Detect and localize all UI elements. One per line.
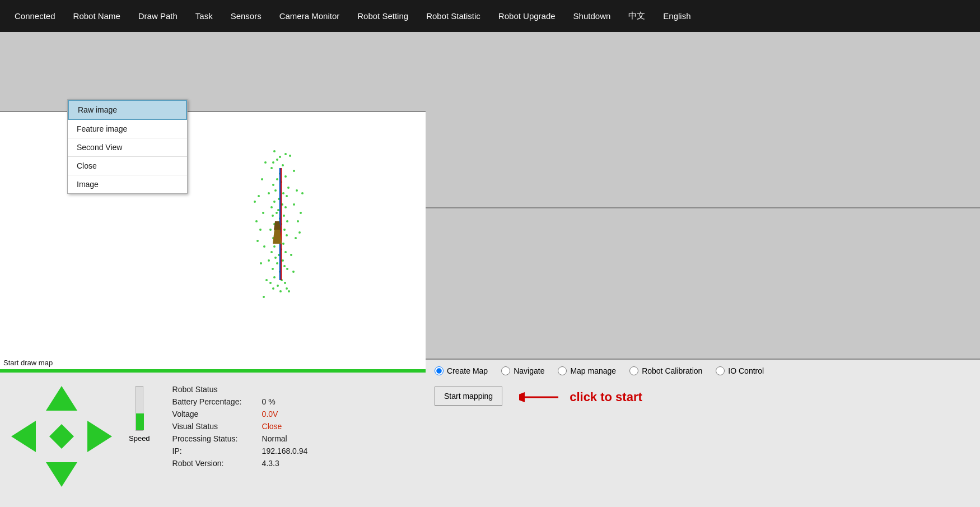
svg-point-63	[296, 189, 298, 192]
start-mapping-button[interactable]: Start mapping	[435, 387, 502, 406]
svg-point-4	[284, 153, 287, 155]
battery-label: Battery Percentage:	[172, 397, 262, 406]
mode-radio-row: Create Map Navigate Map manage Robot Cal…	[435, 366, 971, 375]
nav-robot-setting[interactable]: Robot Setting	[348, 0, 417, 32]
nav-draw-path[interactable]: Draw Path	[129, 0, 186, 32]
svg-point-51	[286, 268, 288, 270]
svg-point-15	[282, 192, 284, 194]
svg-point-45	[282, 259, 284, 262]
ip-value: 192.168.0.94	[262, 446, 308, 455]
nav-sensors[interactable]: Sensors	[222, 0, 270, 32]
nav-camera-monitor[interactable]: Camera Monitor	[270, 0, 349, 32]
right-panel: Create Map Navigate Map manage Robot Cal…	[426, 32, 980, 507]
svg-point-54	[269, 282, 272, 284]
svg-point-22	[277, 209, 279, 211]
dropdown-image[interactable]: Image	[68, 175, 187, 193]
svg-point-49	[272, 268, 274, 270]
top-right-view	[426, 32, 980, 208]
svg-point-43	[284, 251, 287, 253]
bottom-controls-panel: Speed Robot Status Battery Percentage: 0…	[0, 373, 426, 507]
svg-point-66	[259, 229, 262, 231]
dpad-down-button[interactable]	[46, 462, 77, 487]
radio-create-map[interactable]: Create Map	[435, 366, 488, 375]
radio-io-control-input[interactable]	[716, 366, 725, 375]
map-canvas: Start draw map	[0, 112, 426, 369]
ip-row: IP: 192.168.0.94	[172, 446, 420, 455]
svg-point-18	[286, 195, 288, 197]
svg-point-28	[286, 220, 288, 222]
start-mapping-area: Start mapping click to start	[435, 384, 971, 406]
dropdown-raw-image[interactable]: Raw image	[68, 100, 187, 120]
dropdown-second-view[interactable]: Second View	[68, 138, 187, 157]
navbar: Connected Robot Name Draw Path Task Sens…	[0, 0, 980, 32]
dpad-up-button[interactable]	[46, 386, 77, 411]
dpad-controller	[6, 380, 118, 492]
svg-point-3	[272, 161, 274, 164]
svg-point-21	[270, 206, 273, 208]
svg-point-7	[270, 167, 273, 169]
svg-point-41	[270, 251, 273, 253]
voltage-label: Voltage	[172, 410, 262, 418]
dpad-center-button[interactable]	[49, 424, 74, 449]
processing-status-row: Processing Status: Normal	[172, 434, 420, 443]
dpad-left-button[interactable]	[11, 421, 36, 452]
version-value: 4.3.3	[262, 459, 279, 468]
radio-navigate-label: Navigate	[514, 366, 544, 375]
nav-shutdown[interactable]: Shutdown	[564, 0, 620, 32]
speed-control: Speed	[129, 386, 150, 443]
nav-chinese[interactable]: 中文	[619, 0, 654, 32]
svg-point-9	[284, 175, 287, 178]
version-label: Robot Version:	[172, 459, 262, 468]
nav-robot-name[interactable]: Robot Name	[64, 0, 129, 32]
svg-point-64	[262, 212, 264, 214]
nav-connected[interactable]: Connected	[6, 0, 64, 32]
dropdown-feature-image[interactable]: Feature image	[68, 120, 187, 138]
svg-point-5	[276, 159, 278, 161]
svg-marker-87	[274, 221, 281, 230]
visual-status-value: Close	[262, 422, 282, 431]
radio-create-map-label: Create Map	[447, 366, 488, 375]
radio-io-control-label: IO Control	[728, 366, 764, 375]
svg-point-39	[273, 245, 276, 248]
radio-map-manage-input[interactable]	[558, 366, 567, 375]
svg-point-55	[277, 285, 279, 287]
control-panel: Create Map Navigate Map manage Robot Cal…	[426, 360, 980, 507]
speed-bar-fill	[136, 413, 144, 430]
version-row: Robot Version: 4.3.3	[172, 459, 420, 468]
radio-navigate[interactable]: Navigate	[501, 366, 544, 375]
radio-io-control[interactable]: IO Control	[716, 366, 764, 375]
camera-view-panel: Raw image Feature image Second View Clos…	[0, 32, 426, 112]
svg-point-60	[261, 178, 263, 180]
radio-map-manage[interactable]: Map manage	[558, 366, 616, 375]
radio-robot-calibration-input[interactable]	[629, 366, 638, 375]
nav-robot-upgrade[interactable]: Robot Upgrade	[489, 0, 564, 32]
svg-point-6	[282, 164, 284, 166]
map-progress-bar	[0, 369, 426, 373]
svg-point-71	[290, 254, 292, 256]
radio-robot-calibration[interactable]: Robot Calibration	[629, 366, 702, 375]
speed-bar	[136, 386, 143, 431]
svg-point-48	[283, 265, 286, 267]
nav-task[interactable]: Task	[186, 0, 222, 32]
svg-point-44	[274, 257, 277, 259]
nav-english[interactable]: English	[654, 0, 699, 32]
visual-status-row: Visual Status Close	[172, 422, 420, 431]
svg-point-70	[260, 262, 262, 264]
svg-point-74	[254, 201, 256, 203]
voltage-value: 0.0V	[262, 410, 278, 418]
svg-point-78	[264, 161, 267, 164]
processing-value: Normal	[262, 434, 287, 443]
nav-robot-statistic[interactable]: Robot Statistic	[417, 0, 489, 32]
dropdown-close[interactable]: Close	[68, 157, 187, 175]
voltage-row: Voltage 0.0V	[172, 410, 420, 418]
radio-map-manage-label: Map manage	[570, 366, 616, 375]
radio-navigate-input[interactable]	[501, 366, 510, 375]
svg-point-1	[273, 150, 276, 152]
click-to-start-text: click to start	[570, 390, 642, 404]
svg-point-23	[284, 206, 287, 208]
visual-status-label: Visual Status	[172, 422, 262, 431]
radio-create-map-input[interactable]	[435, 366, 444, 375]
dpad-right-button[interactable]	[87, 421, 112, 452]
battery-row: Battery Percentage: 0 %	[172, 397, 420, 406]
svg-point-80	[265, 279, 268, 281]
